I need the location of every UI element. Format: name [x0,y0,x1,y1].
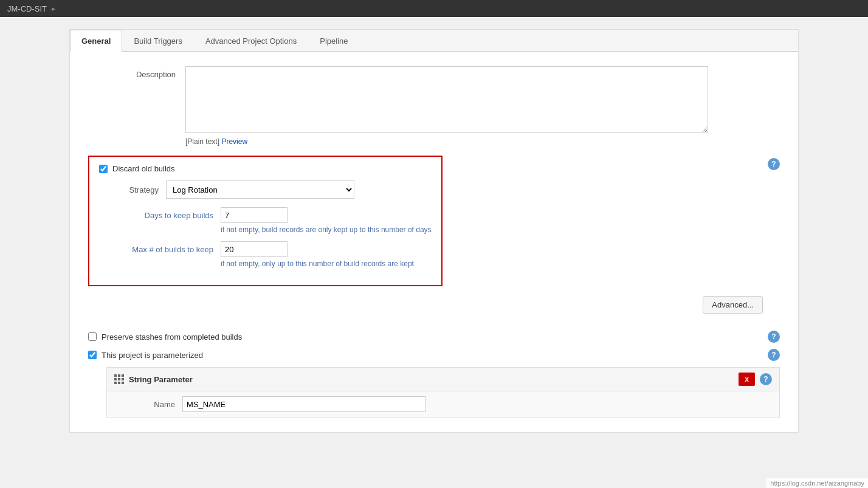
name-label: Name [114,400,175,409]
tab-content-general: Description [Plain text] Preview [70,52,798,432]
advanced-button-container: Advanced... [88,296,763,323]
name-input[interactable] [182,396,425,412]
string-param-help-icon[interactable]: ? [760,373,772,385]
description-textarea[interactable] [185,66,708,133]
main-container: General Build Triggers Advanced Project … [0,17,868,433]
preview-link[interactable]: Preview [221,137,247,146]
days-to-keep-row: Days to keep builds if not empty, build … [99,207,432,234]
days-header: Days to keep builds [104,207,432,223]
string-param-actions: x ? [739,373,772,386]
string-param-title: String Parameter [114,374,193,384]
plain-text-label: [Plain text] [185,137,219,146]
parameterized-label: This project is parameterized [102,351,203,360]
grid-icon [114,374,124,384]
days-input[interactable] [221,207,288,223]
strategy-row: Strategy Log Rotation [99,180,432,199]
max-builds-hint: if not empty, only up to this number of … [221,259,432,268]
tab-advanced-project-options[interactable]: Advanced Project Options [194,30,308,52]
max-builds-header: Max # of builds to keep [104,241,432,257]
string-param-wrapper: String Parameter x ? Name [106,367,780,418]
days-label: Days to keep builds [104,211,213,220]
discard-section-wrapper: Discard old builds Strategy Log Rotation [88,156,780,323]
max-builds-label: Max # of builds to keep [104,245,213,254]
grid-dot-3 [122,374,124,377]
days-hint: if not empty, build records are only kep… [221,225,432,234]
discard-checkbox-row: Discard old builds [99,164,432,173]
description-control: [Plain text] Preview [185,66,780,146]
project-name[interactable]: JM-CD-SIT [7,4,47,13]
preserve-stashes-help-icon[interactable]: ? [768,331,780,343]
discard-checkbox[interactable] [99,165,108,173]
grid-dot-7 [114,382,117,384]
tab-build-triggers[interactable]: Build Triggers [122,30,193,52]
description-row: Description [Plain text] Preview [88,66,780,146]
string-param-label: String Parameter [129,375,193,384]
breadcrumb: JM-CD-SIT ► [7,4,57,13]
tabs-bar: General Build Triggers Advanced Project … [70,30,798,52]
preserve-stashes-checkbox[interactable] [88,332,97,341]
string-param-section: String Parameter x ? Name [106,367,780,418]
discard-label: Discard old builds [112,164,175,173]
grid-dot-4 [114,378,117,380]
grid-dot-5 [118,378,120,380]
string-param-header: String Parameter x ? [107,368,779,391]
tabs-container: General Build Triggers Advanced Project … [69,29,799,433]
advanced-button[interactable]: Advanced... [703,296,763,314]
preserve-stashes-row: Preserve stashes from completed builds ? [88,331,780,343]
parameterized-checkbox[interactable] [88,351,97,359]
max-builds-row: Max # of builds to keep if not empty, on… [99,241,432,268]
parameterized-help-icon[interactable]: ? [768,349,780,361]
preserve-stashes-label: Preserve stashes from completed builds [102,332,242,342]
tab-general[interactable]: General [70,30,122,52]
discard-help-icon[interactable]: ? [768,158,780,170]
section-content: Discard old builds Strategy Log Rotation [88,156,763,323]
description-label: Description [88,66,185,79]
grid-dot-2 [118,374,120,377]
grid-dot-1 [114,374,117,377]
max-builds-input[interactable] [221,241,288,257]
text-format-links: [Plain text] Preview [185,137,780,146]
parameterized-row: This project is parameterized ? [88,349,780,361]
name-row: Name [107,391,779,417]
grid-dot-6 [122,378,124,380]
grid-dot-9 [122,382,124,384]
tab-pipeline[interactable]: Pipeline [308,30,359,52]
strategy-select[interactable]: Log Rotation [166,180,354,199]
delete-string-param-button[interactable]: x [739,373,755,386]
grid-dot-8 [118,382,120,384]
top-bar: JM-CD-SIT ► [0,0,868,17]
discard-section: Discard old builds Strategy Log Rotation [88,156,443,286]
strategy-label: Strategy [104,185,159,194]
chevron-icon: ► [50,5,57,12]
